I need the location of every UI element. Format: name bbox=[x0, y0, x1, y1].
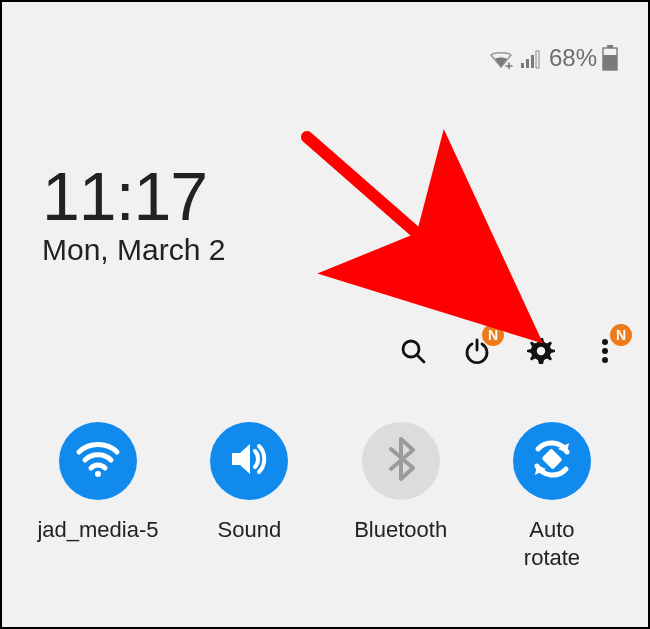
svg-rect-4 bbox=[531, 55, 534, 68]
power-new-badge: N bbox=[482, 324, 504, 346]
power-button[interactable]: N bbox=[460, 334, 494, 368]
quick-settings-panel: 68% 11:17 Mon, March 2 bbox=[2, 2, 648, 627]
autorotate-icon bbox=[528, 435, 576, 487]
clock-time: 11:17 bbox=[42, 157, 225, 235]
svg-rect-5 bbox=[536, 51, 539, 68]
sound-icon bbox=[226, 439, 272, 483]
svg-point-13 bbox=[602, 339, 608, 345]
tile-wifi-circle bbox=[59, 422, 137, 500]
tile-autorotate-label: Auto rotate bbox=[524, 516, 580, 571]
clock-date: Mon, March 2 bbox=[42, 233, 225, 267]
tile-sound[interactable]: Sound bbox=[179, 422, 319, 571]
wifi-icon bbox=[75, 439, 121, 483]
search-button[interactable] bbox=[396, 334, 430, 368]
bluetooth-icon bbox=[386, 437, 416, 485]
svg-line-18 bbox=[307, 137, 507, 312]
svg-rect-3 bbox=[526, 59, 529, 68]
tile-sound-circle bbox=[210, 422, 288, 500]
tile-wifi-label: jad_media-5 bbox=[37, 516, 158, 544]
more-options-button[interactable]: N bbox=[588, 334, 622, 368]
svg-rect-8 bbox=[603, 55, 617, 70]
tile-bluetooth-label: Bluetooth bbox=[354, 516, 447, 544]
tile-autorotate[interactable]: Auto rotate bbox=[482, 422, 622, 571]
svg-rect-17 bbox=[541, 448, 562, 469]
svg-point-14 bbox=[602, 348, 608, 354]
gear-icon bbox=[526, 336, 556, 366]
svg-point-15 bbox=[602, 357, 608, 363]
more-new-badge: N bbox=[610, 324, 632, 346]
svg-point-16 bbox=[95, 471, 101, 477]
tile-sound-label: Sound bbox=[218, 516, 282, 544]
tile-autorotate-circle bbox=[513, 422, 591, 500]
search-icon bbox=[399, 337, 427, 365]
svg-point-12 bbox=[537, 347, 545, 355]
status-bar: 68% bbox=[487, 44, 618, 72]
battery-icon bbox=[602, 45, 618, 71]
svg-line-10 bbox=[417, 355, 424, 362]
battery-percentage: 68% bbox=[549, 44, 597, 72]
wifi-plus-icon bbox=[487, 47, 515, 69]
cellular-signal-icon bbox=[519, 47, 543, 69]
quick-tiles-row: jad_media-5 Sound bbox=[28, 422, 622, 571]
clock-area: 11:17 Mon, March 2 bbox=[42, 157, 225, 267]
svg-rect-2 bbox=[521, 63, 524, 68]
tile-wifi[interactable]: jad_media-5 bbox=[28, 422, 168, 571]
tile-bluetooth-circle bbox=[362, 422, 440, 500]
settings-button[interactable] bbox=[524, 334, 558, 368]
more-vertical-icon bbox=[600, 337, 610, 365]
action-row: N N bbox=[396, 334, 622, 368]
tile-bluetooth[interactable]: Bluetooth bbox=[331, 422, 471, 571]
